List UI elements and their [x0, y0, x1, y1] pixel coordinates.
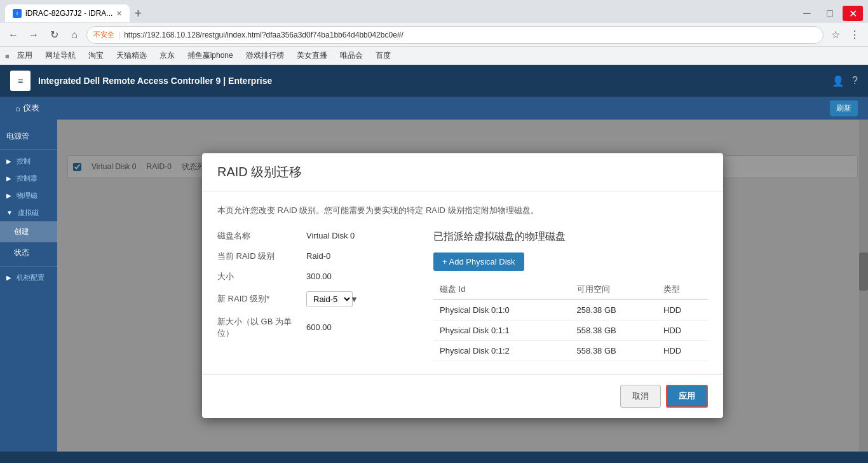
- new-raid-select[interactable]: Raid-5: [306, 291, 353, 307]
- add-physical-disk-button[interactable]: + Add Physical Disk: [433, 252, 524, 271]
- home-btn[interactable]: ⌂: [66, 27, 83, 43]
- table-row: Physical Disk 0:1:0 258.38 GB HDD: [433, 300, 708, 321]
- bookmark-baidu[interactable]: 百度: [370, 49, 396, 62]
- sidebar-section-virtual[interactable]: ▼ 虚拟磁: [0, 204, 57, 221]
- sidebar-section-control[interactable]: ▶ 控制: [0, 153, 57, 170]
- disk-type-0: HDD: [657, 300, 708, 321]
- sidebar: 电源管 ▶ 控制 ▶ 控制器 ▶ 物理磁 ▼ 虚拟磁 创建: [0, 120, 57, 452]
- bookmark-fishing[interactable]: 捕鱼赢iphone: [182, 49, 238, 62]
- apply-button[interactable]: 应用: [666, 385, 708, 408]
- address-bar[interactable]: 不安全 | https://192.168.10.128/restgui/ind…: [86, 26, 824, 44]
- table-header-row: 磁盘 Id 可用空间 类型: [433, 280, 708, 300]
- refresh-button[interactable]: 刷新: [830, 100, 858, 116]
- sidebar-item-status[interactable]: 状态: [0, 242, 57, 263]
- modal-section-right: 已指派给虚拟磁盘的物理磁盘 + Add Physical Disk 磁盘 Id …: [433, 230, 708, 361]
- bookmark-taobao[interactable]: 淘宝: [83, 49, 109, 62]
- help-icon[interactable]: ?: [852, 75, 858, 86]
- modal-form-left: 磁盘名称 Virtual Disk 0 当前 RAID 级别 Raid-0 大小…: [217, 230, 421, 361]
- form-row-current-raid: 当前 RAID 级别 Raid-0: [217, 251, 421, 262]
- new-raid-label: 新 RAID 级别*: [217, 293, 306, 305]
- disk-id-0: Physical Disk 0:1:0: [433, 300, 571, 321]
- sidebar-item-create[interactable]: 创建: [0, 221, 57, 242]
- disk-id-1: Physical Disk 0:1:1: [433, 320, 571, 340]
- arrow-icon-3: ▶: [6, 192, 11, 199]
- bookmark-live[interactable]: 美女直播: [292, 49, 332, 62]
- sidebar-section-cabinet[interactable]: ▶ 机柜配置: [0, 269, 57, 286]
- raid-migration-modal: RAID 级别迁移 本页允许您改变 RAID 级别。您可能需要为要实现的特定 R…: [202, 153, 723, 418]
- url-text: https://192.168.10.128/restgui/index.htm…: [124, 31, 403, 39]
- idrac-nav: ⌂ 仪表 刷新: [0, 97, 868, 120]
- idrac-app: ≡ Integrated Dell Remote Access Controll…: [0, 65, 868, 452]
- disk-name-label: 磁盘名称: [217, 230, 306, 242]
- back-btn[interactable]: ←: [5, 27, 22, 43]
- table-row: Physical Disk 0:1:1 558.38 GB HDD: [433, 320, 708, 340]
- modal-footer: 取消 应用: [202, 374, 723, 418]
- new-tab-btn[interactable]: +: [135, 6, 142, 21]
- tab-favicon: i: [13, 9, 22, 18]
- bookmarks-label: ■: [5, 52, 10, 60]
- security-warning: 不安全: [93, 30, 114, 39]
- close-btn[interactable]: ✕: [843, 6, 863, 21]
- sidebar-label-power: 电源管: [6, 132, 29, 141]
- modal-body: 本页允许您改变 RAID 级别。您可能需要为要实现的特定 RAID 级别指定附加…: [202, 191, 723, 374]
- sidebar-label-create: 创建: [14, 227, 29, 236]
- idrac-body: 电源管 ▶ 控制 ▶ 控制器 ▶ 物理磁 ▼ 虚拟磁 创建: [0, 120, 868, 452]
- arrow-icon-4: ▼: [6, 209, 13, 216]
- form-row-disk-name: 磁盘名称 Virtual Disk 0: [217, 230, 421, 242]
- nav-dashboard[interactable]: ⌂ 仪表: [10, 99, 44, 118]
- bookmark-nav[interactable]: 网址导航: [40, 49, 81, 62]
- disk-name-value: Virtual Disk 0: [306, 231, 355, 240]
- user-icon[interactable]: 👤: [832, 75, 844, 87]
- form-row-new-raid: 新 RAID 级别* Raid-5 ▼: [217, 291, 421, 307]
- main-content: Virtual Disk 0 RAID-0 状态列 操作 RAID 级别迁移 本…: [57, 120, 868, 452]
- arrow-icon-2: ▶: [6, 175, 11, 182]
- sidebar-label-physical: 物理磁: [17, 191, 37, 200]
- minimize-btn[interactable]: ─: [797, 6, 817, 21]
- table-row: Physical Disk 0:1:2 558.38 GB HDD: [433, 340, 708, 361]
- forward-btn[interactable]: →: [25, 27, 42, 43]
- bookmark-star-btn[interactable]: ☆: [827, 27, 844, 43]
- tab-close-btn[interactable]: ×: [116, 8, 121, 18]
- sidebar-label-cabinet: 机柜配置: [17, 273, 44, 282]
- tab-title: iDRAC-82GJ7J2 - iDRA...: [25, 9, 112, 18]
- reload-btn[interactable]: ↻: [46, 27, 62, 43]
- idrac-title: Integrated Dell Remote Access Controller…: [38, 76, 272, 86]
- maximize-btn[interactable]: □: [820, 6, 840, 21]
- bookmark-apps[interactable]: 应用: [12, 49, 37, 62]
- sidebar-label-controllers: 控制器: [17, 174, 37, 183]
- form-row-size: 大小 300.00: [217, 271, 421, 282]
- sidebar-item-power[interactable]: 电源管: [0, 126, 57, 147]
- header-right: 👤 ?: [832, 75, 858, 87]
- modal-description: 本页允许您改变 RAID 级别。您可能需要为要实现的特定 RAID 级别指定附加…: [217, 204, 708, 218]
- browser-nav: ← → ↻ ⌂ 不安全 | https://192.168.10.128/res…: [0, 23, 868, 47]
- browser-tab[interactable]: i iDRAC-82GJ7J2 - iDRA... ×: [5, 4, 130, 22]
- modal-content-area: 磁盘名称 Virtual Disk 0 当前 RAID 级别 Raid-0 大小…: [217, 230, 708, 361]
- bookmarks-bar: ■ 应用 网址导航 淘宝 天猫精选 京东 捕鱼赢iphone 游戏排行榜 美女直…: [0, 47, 868, 65]
- disk-id-2: Physical Disk 0:1:2: [433, 340, 571, 361]
- idrac-header: ≡ Integrated Dell Remote Access Controll…: [0, 65, 868, 97]
- sidebar-label-virtual: 虚拟磁: [18, 208, 39, 218]
- home-nav-icon: ⌂: [15, 104, 20, 113]
- sidebar-label-control: 控制: [17, 156, 31, 166]
- disk-table-head: 磁盘 Id 可用空间 类型: [433, 280, 708, 300]
- col-available-space: 可用空间: [571, 280, 657, 300]
- bookmark-vip[interactable]: 唯品会: [335, 49, 368, 62]
- bookmark-tmall[interactable]: 天猫精选: [111, 49, 152, 62]
- arrow-icon-5: ▶: [6, 274, 11, 281]
- sidebar-label-status: 状态: [14, 248, 29, 257]
- current-raid-value: Raid-0: [306, 251, 330, 261]
- modal-overlay: RAID 级别迁移 本页允许您改变 RAID 级别。您可能需要为要实现的特定 R…: [57, 120, 868, 452]
- disk-table: 磁盘 Id 可用空间 类型 Physical Disk 0:1:0: [433, 280, 708, 361]
- settings-btn[interactable]: ⋮: [846, 27, 863, 43]
- sidebar-section-physical[interactable]: ▶ 物理磁: [0, 187, 57, 204]
- current-raid-label: 当前 RAID 级别: [217, 251, 306, 262]
- size-label: 大小: [217, 271, 306, 282]
- arrow-icon: ▶: [6, 158, 11, 165]
- max-size-value: 600.00: [306, 322, 332, 332]
- bookmark-games[interactable]: 游戏排行榜: [241, 49, 289, 62]
- sidebar-section-controllers[interactable]: ▶ 控制器: [0, 170, 57, 187]
- col-type: 类型: [657, 280, 708, 300]
- separator: |: [118, 31, 120, 39]
- cancel-button[interactable]: 取消: [620, 385, 661, 408]
- bookmark-jd[interactable]: 京东: [154, 49, 180, 62]
